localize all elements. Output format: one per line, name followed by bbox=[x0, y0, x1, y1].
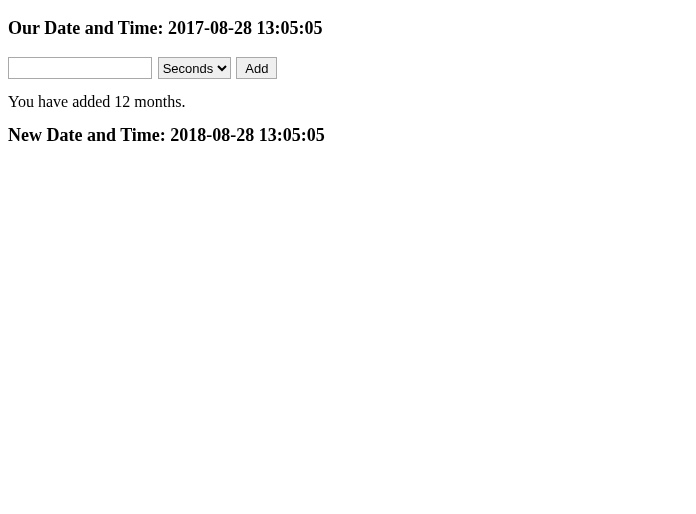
unit-select[interactable]: Seconds bbox=[158, 57, 231, 79]
our-date-heading: Our Date and Time: 2017-08-28 13:05:05 bbox=[8, 18, 688, 39]
status-message: You have added 12 months. bbox=[8, 93, 688, 111]
new-date-heading: New Date and Time: 2018-08-28 13:05:05 bbox=[8, 125, 688, 146]
add-button[interactable]: Add bbox=[236, 57, 277, 79]
add-form: Seconds Add bbox=[8, 57, 688, 79]
amount-input[interactable] bbox=[8, 57, 152, 79]
